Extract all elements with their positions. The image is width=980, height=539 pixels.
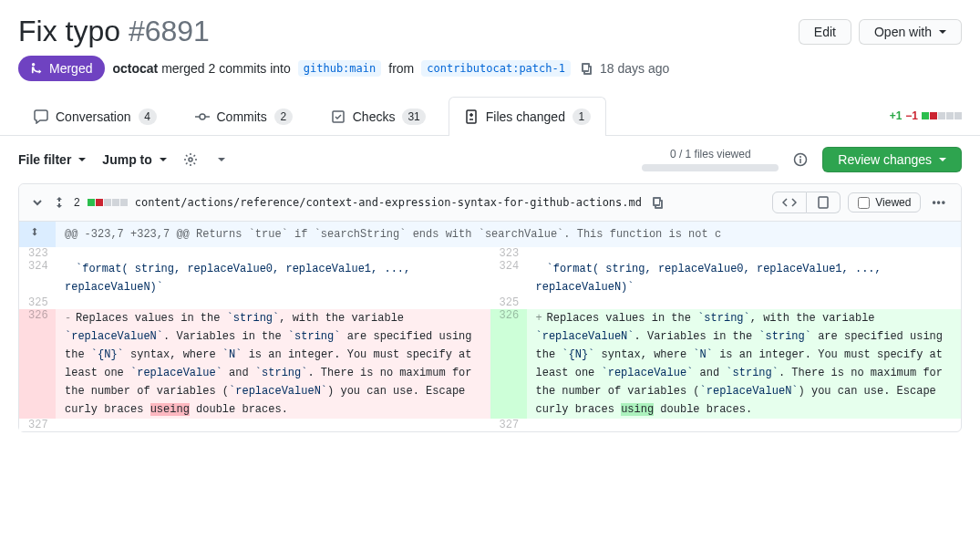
diff-row: 324 `format( string, replaceValue0, repl… xyxy=(19,260,961,296)
hunk-header: @@ -323,7 +323,7 @@ Returns `true` if `s… xyxy=(19,222,961,247)
author-link[interactable]: octocat xyxy=(112,61,158,76)
pr-title-text: Fix typo xyxy=(18,15,120,47)
svg-point-10 xyxy=(799,156,801,158)
tab-files-changed[interactable]: Files changed 1 xyxy=(449,97,606,136)
source-view-button[interactable] xyxy=(772,192,807,213)
diff-row: 327 327 xyxy=(19,419,961,431)
expand-icon[interactable] xyxy=(52,195,67,210)
file-filter-dropdown[interactable]: File filter xyxy=(18,152,86,167)
base-branch[interactable]: github:main xyxy=(298,60,381,77)
progress-bar xyxy=(642,164,779,171)
comment-icon xyxy=(34,109,48,124)
open-with-button[interactable]: Open with xyxy=(859,19,962,45)
chevron-down-icon[interactable] xyxy=(30,195,45,210)
checklist-icon xyxy=(331,109,346,124)
diff-row-changed: 326 -Replaces values in the `string`, wi… xyxy=(19,309,961,419)
head-branch[interactable]: contributocat:patch-1 xyxy=(421,60,571,77)
commit-icon xyxy=(195,109,210,124)
chevron-down-icon xyxy=(939,30,946,34)
file-changes-count: 2 xyxy=(74,196,80,209)
git-merge-icon xyxy=(31,61,44,76)
viewed-checkbox-input[interactable] xyxy=(858,197,870,209)
svg-point-0 xyxy=(200,114,205,119)
file-icon xyxy=(816,195,830,210)
file-menu-button[interactable]: ••• xyxy=(928,192,950,212)
tab-checks[interactable]: Checks 31 xyxy=(315,97,441,136)
svg-point-8 xyxy=(189,158,192,161)
conversation-count: 4 xyxy=(139,109,157,125)
diff-row: 325 325 xyxy=(19,296,961,309)
viewed-checkbox[interactable]: Viewed xyxy=(848,192,921,212)
review-changes-button[interactable]: Review changes xyxy=(822,147,962,172)
file-diffstat-blocks xyxy=(88,199,128,206)
timestamp: 18 days ago xyxy=(600,61,669,76)
info-icon[interactable] xyxy=(793,152,808,167)
status-badge: Merged xyxy=(18,56,105,81)
page-title: Fix typo #6891 xyxy=(18,15,210,48)
code-icon xyxy=(782,195,797,210)
tab-commits[interactable]: Commits 2 xyxy=(180,97,308,136)
rendered-view-button[interactable] xyxy=(807,192,841,213)
copy-path-icon[interactable] xyxy=(649,195,664,210)
svg-rect-12 xyxy=(819,197,828,208)
file-diff-icon xyxy=(464,109,479,124)
files-viewed-label: 0 / 1 files viewed xyxy=(670,148,751,161)
diff-row: 323 323 xyxy=(19,247,961,260)
gear-icon[interactable] xyxy=(183,152,198,167)
files-changed-count: 1 xyxy=(573,109,591,125)
meta-text: octocat merged 2 commits into xyxy=(112,61,290,76)
copy-icon[interactable] xyxy=(578,61,593,76)
added-text-highlight: using xyxy=(621,403,654,416)
deleted-text-highlight: useing xyxy=(150,403,190,416)
jump-to-dropdown[interactable]: Jump to xyxy=(102,152,166,167)
expand-hunk-icon[interactable] xyxy=(28,225,41,238)
edit-button[interactable]: Edit xyxy=(799,19,851,45)
overall-diffstat: +1 −1 xyxy=(890,109,962,122)
commits-count: 2 xyxy=(274,109,293,125)
pr-number: #6891 xyxy=(129,15,210,47)
checks-count: 31 xyxy=(402,109,425,125)
file-path[interactable]: content/actions/reference/context-and-ex… xyxy=(135,196,642,209)
tab-conversation[interactable]: Conversation 4 xyxy=(18,97,172,136)
